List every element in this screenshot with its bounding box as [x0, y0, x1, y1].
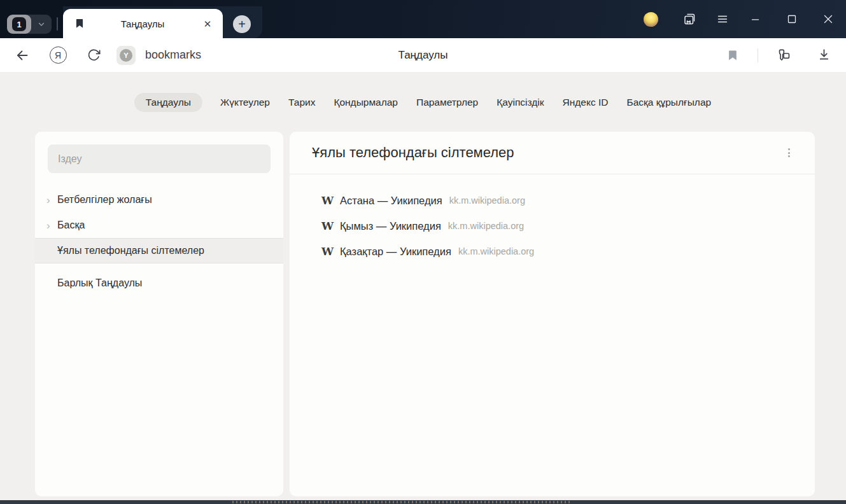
bookmark-url: kk.m.wikipedia.org — [449, 195, 525, 206]
tab-settings[interactable]: Параметрлер — [416, 93, 479, 112]
chevron-right-icon[interactable]: › — [46, 220, 57, 231]
all-bookmarks-item[interactable]: Барлық Таңдаулы — [35, 270, 283, 296]
bookmark-filled-icon — [726, 49, 739, 62]
download-icon — [817, 48, 831, 62]
bookmark-title[interactable]: Қымыз — Уикипедия — [340, 220, 441, 232]
refresh-icon — [87, 48, 101, 62]
bookmark-tab-icon — [74, 18, 85, 29]
refresh-button[interactable] — [83, 45, 104, 66]
folder-other[interactable]: › Басқа — [35, 213, 283, 238]
back-arrow-icon — [15, 48, 30, 63]
titlebar: 1 Таңдаулы ✕ + — [0, 0, 846, 38]
tabstrip-divider — [57, 17, 58, 31]
tab-counter-pill: 1 — [7, 15, 31, 34]
side-panel-bookmarks-button[interactable] — [671, 0, 708, 38]
tab-other-devices[interactable]: Басқа құрылғылар — [626, 93, 712, 112]
tab-bookmarks[interactable]: Таңдаулы — [134, 93, 202, 112]
back-button[interactable] — [11, 45, 33, 66]
bookmark-list: W Астана — Уикипедия kk.m.wikipedia.org … — [290, 174, 815, 264]
window-minimize-button[interactable] — [737, 0, 773, 38]
toolbar-divider — [758, 48, 758, 62]
folder-bookmarks-bar[interactable]: › Бетбелгілер жолағы — [35, 187, 283, 213]
toolbar-page-title: Таңдаулы — [191, 49, 655, 62]
bookmark-page-button[interactable] — [722, 45, 744, 66]
key-icon — [775, 47, 791, 63]
bookmark-row[interactable]: W Қазақтар — Уикипедия kk.m.wikipedia.or… — [290, 239, 815, 264]
tab-title: Таңдаулы — [85, 18, 200, 29]
folder-title: Ұялы телефондағы сілтемелер — [312, 144, 782, 161]
kebab-menu-button[interactable] — [782, 146, 796, 160]
browser-tab-active[interactable]: Таңдаулы ✕ — [63, 9, 223, 38]
kebab-dot — [788, 148, 790, 150]
yandex-logo-icon: Я — [50, 46, 67, 64]
window-maximize-button[interactable] — [773, 0, 810, 38]
wikipedia-favicon: W — [321, 220, 335, 232]
chevron-right-icon[interactable]: › — [46, 195, 57, 206]
browser-toolbar: Я Y bookmarks Таңдаулы — [0, 38, 846, 72]
profile-avatar[interactable] — [644, 12, 658, 27]
search-input[interactable] — [48, 144, 271, 173]
bookmark-panel-icon — [682, 11, 697, 27]
address-bar[interactable]: Y bookmarks — [116, 46, 201, 65]
tab-close-icon[interactable]: ✕ — [200, 16, 215, 31]
folder-list: › Бетбелгілер жолағы › Басқа Ұялы телефо… — [35, 187, 283, 263]
password-manager-button[interactable] — [772, 45, 794, 66]
wikipedia-favicon: W — [321, 194, 335, 207]
tab-downloads[interactable]: Жүктеулер — [220, 93, 271, 112]
downloads-button[interactable] — [813, 45, 835, 66]
cards-row: › Бетбелгілер жолағы › Басқа Ұялы телефо… — [35, 132, 815, 496]
minimize-icon — [749, 12, 763, 26]
chevron-down-icon — [31, 20, 52, 28]
bookmark-row[interactable]: W Астана — Уикипедия kk.m.wikipedia.org — [290, 188, 815, 213]
tab-count: 1 — [12, 17, 26, 31]
folder-mobile-links[interactable]: Ұялы телефондағы сілтемелер — [35, 238, 283, 263]
window-close-button[interactable] — [810, 0, 846, 38]
bookmarks-sidebar: › Бетбелгілер жолағы › Басқа Ұялы телефо… — [35, 132, 283, 496]
kebab-dot — [788, 152, 790, 154]
yandex-home-button[interactable]: Я — [47, 45, 69, 66]
wikipedia-favicon: W — [321, 245, 335, 258]
bookmark-title[interactable]: Қазақтар — Уикипедия — [340, 246, 451, 258]
tab-security[interactable]: Қауіпсіздік — [496, 93, 544, 112]
folder-header: Ұялы телефондағы сілтемелер — [290, 132, 815, 174]
maximize-icon — [785, 12, 799, 26]
tab-yandex-id[interactable]: Яндекс ID — [562, 93, 609, 112]
toolbar-right-actions — [708, 45, 835, 66]
site-favicon: Y — [116, 46, 136, 65]
browser-menu-button[interactable] — [708, 0, 737, 38]
folder-label: Ұялы телефондағы сілтемелер — [57, 245, 204, 256]
new-tab-button[interactable]: + — [233, 15, 251, 33]
folder-label: Бетбелгілер жолағы — [57, 194, 152, 206]
favicon-y-icon: Y — [120, 49, 132, 62]
hamburger-menu-icon — [716, 12, 730, 26]
kebab-dot — [788, 155, 790, 157]
bookmark-url: kk.m.wikipedia.org — [448, 221, 524, 231]
titlebar-controls — [644, 0, 846, 38]
bookmark-url: kk.m.wikipedia.org — [458, 246, 534, 256]
taskbar-icons-peek — [232, 501, 570, 503]
address-bar-url[interactable]: bookmarks — [145, 48, 201, 62]
bookmarks-main-panel: Ұялы телефондағы сілтемелер W Астана — У… — [290, 132, 815, 496]
folder-label: Басқа — [57, 220, 85, 231]
bookmark-row[interactable]: W Қымыз — Уикипедия kk.m.wikipedia.org — [290, 213, 815, 239]
tab-counter-button[interactable]: 1 — [7, 15, 52, 34]
tab-history[interactable]: Тарих — [288, 93, 316, 112]
bookmark-title[interactable]: Астана — Уикипедия — [340, 195, 442, 207]
taskbar-peek-strip — [0, 500, 846, 504]
settings-nav-tabs: Таңдаулы Жүктеулер Тарих Қондырмалар Пар… — [0, 72, 846, 112]
bookmarks-page: Таңдаулы Жүктеулер Тарих Қондырмалар Пар… — [0, 72, 846, 504]
tab-extensions[interactable]: Қондырмалар — [333, 93, 398, 112]
all-bookmarks-label: Барлық Таңдаулы — [57, 277, 142, 289]
close-icon — [821, 12, 835, 26]
